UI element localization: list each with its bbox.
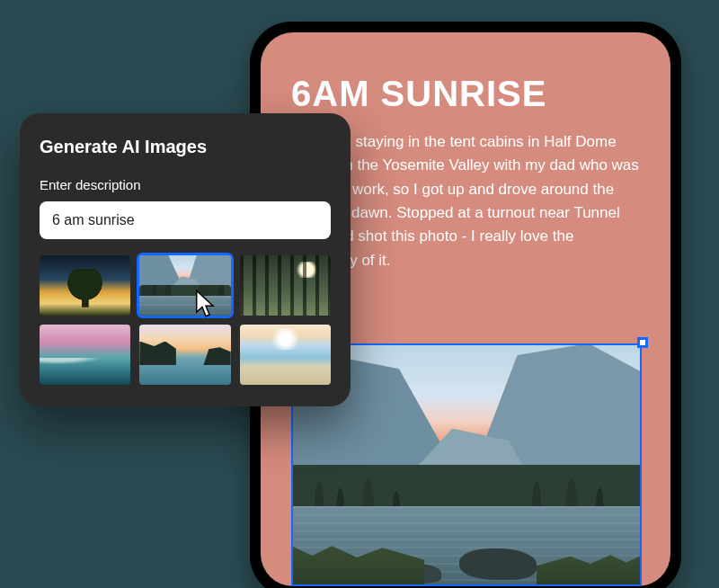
ai-thumb-5[interactable] — [240, 325, 331, 385]
ai-panel-title: Generate AI Images — [40, 137, 331, 157]
ai-thumb-0[interactable] — [40, 255, 130, 316]
ai-thumb-3[interactable] — [40, 325, 130, 385]
stage: 6AM SUNRISE We were staying in the tent … — [0, 0, 719, 588]
ai-thumb-2[interactable] — [240, 255, 331, 316]
ai-image-panel: Generate AI Images Enter description — [20, 113, 351, 406]
ai-description-input[interactable] — [40, 201, 331, 239]
ai-thumb-1[interactable] — [139, 255, 230, 316]
post-title: 6AM SUNRISE — [291, 74, 640, 114]
ai-thumb-4[interactable] — [139, 325, 230, 385]
selection-handle-top-right[interactable] — [637, 337, 648, 348]
ai-thumbnails — [40, 255, 331, 385]
ai-input-label: Enter description — [40, 177, 331, 192]
